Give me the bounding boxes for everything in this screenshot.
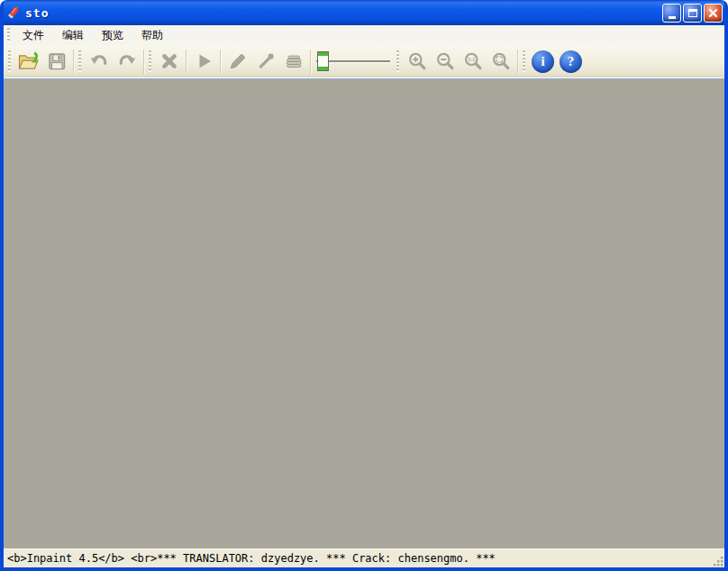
open-button[interactable] [14, 48, 42, 76]
delete-icon [159, 50, 180, 72]
status-text: <b>Inpaint 4.5</b> <br>*** TRANSLATOR: d… [7, 552, 496, 565]
toolbar-separator [73, 50, 74, 74]
titlebar[interactable]: sto [0, 0, 728, 25]
toolbar: 1:1 i ? [4, 45, 724, 78]
zoom-fit-button[interactable] [487, 48, 514, 76]
app-window: sto 文件 编辑 预览 帮助 [0, 0, 728, 571]
toolbar-gripper[interactable] [396, 50, 399, 72]
undo-button[interactable] [85, 48, 113, 76]
run-icon [193, 50, 214, 72]
run-button[interactable] [189, 48, 217, 76]
maximize-icon [688, 9, 697, 17]
help-button[interactable]: ? [557, 48, 585, 76]
toolbar-separator [143, 50, 144, 74]
toolbar-gripper[interactable] [149, 50, 151, 72]
zoom-in-icon [406, 50, 428, 72]
minimize-button[interactable] [662, 4, 681, 23]
menubar-gripper[interactable] [7, 28, 10, 42]
minimize-icon [669, 16, 676, 19]
zoom-fit-icon [490, 50, 512, 72]
window-title: sto [25, 6, 662, 20]
folder-open-icon [17, 50, 41, 72]
redo-icon [116, 50, 138, 72]
line-tool-icon [255, 50, 277, 72]
undo-icon [88, 50, 110, 72]
toolbar-separator [186, 50, 187, 74]
zoom-out-button[interactable] [431, 48, 459, 76]
window-controls [662, 4, 723, 23]
pencil-icon [227, 50, 249, 72]
redo-button[interactable] [113, 48, 141, 76]
menu-help[interactable]: 帮助 [132, 25, 172, 46]
image-canvas[interactable] [4, 78, 724, 548]
toolbar-separator [310, 50, 311, 74]
zoom-slider-thumb[interactable] [317, 51, 329, 71]
info-button[interactable]: i [529, 48, 557, 76]
menu-edit[interactable]: 编辑 [53, 25, 93, 46]
save-icon [46, 50, 68, 72]
layers-button[interactable] [279, 48, 307, 76]
zoom-actual-button[interactable]: 1:1 [459, 48, 487, 76]
zoom-out-icon [434, 50, 456, 72]
menu-file[interactable]: 文件 [14, 25, 53, 46]
layers-icon [283, 50, 305, 72]
close-button[interactable] [704, 4, 723, 23]
menubar: 文件 编辑 预览 帮助 [4, 25, 724, 45]
toolbar-gripper[interactable] [8, 50, 11, 72]
line-tool-button[interactable] [251, 48, 279, 76]
toolbar-gripper[interactable] [523, 50, 525, 72]
close-icon [708, 8, 718, 18]
delete-button[interactable] [155, 48, 183, 76]
toolbar-separator [517, 50, 518, 74]
resize-grip-icon[interactable] [712, 555, 724, 567]
zoom-in-button[interactable] [403, 48, 431, 76]
help-icon: ? [560, 50, 582, 73]
app-logo-icon [6, 5, 21, 20]
svg-text:1:1: 1:1 [468, 57, 475, 62]
maximize-button[interactable] [683, 4, 702, 23]
zoom-slider[interactable] [315, 48, 393, 76]
pencil-button[interactable] [223, 48, 251, 76]
toolbar-gripper[interactable] [78, 50, 81, 72]
toolbar-separator [220, 50, 221, 74]
menu-preview[interactable]: 预览 [93, 25, 132, 46]
zoom-actual-icon: 1:1 [462, 50, 484, 72]
statusbar: <b>Inpaint 4.5</b> <br>*** TRANSLATOR: d… [4, 548, 724, 567]
save-button[interactable] [42, 48, 70, 76]
info-icon: i [532, 50, 554, 73]
